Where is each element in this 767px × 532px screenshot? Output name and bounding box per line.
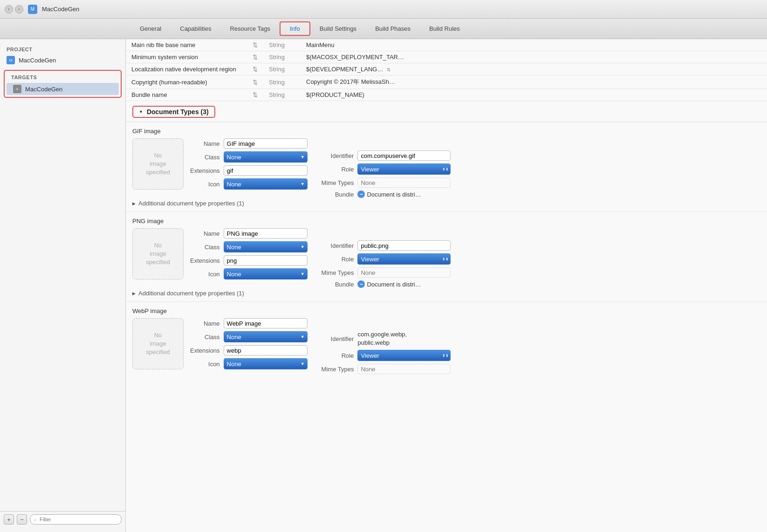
- webp-name-input[interactable]: [224, 318, 308, 328]
- prop-type: String: [263, 39, 301, 51]
- png-mime-label: Mime Types: [322, 269, 354, 276]
- webp-role-select[interactable]: Viewer: [357, 350, 451, 361]
- prop-value: $(MACOSX_DEPLOYMENT_TAR…: [301, 51, 767, 63]
- filter-input[interactable]: [30, 514, 122, 525]
- doc-type-gif-body: Noimagespecified Name Class None Extensi…: [132, 138, 760, 198]
- nav-buttons: ‹ ›: [5, 5, 23, 14]
- webp-extensions-label: Extensions: [190, 347, 220, 354]
- gif-bundle-row: − Document is distri…: [357, 191, 451, 198]
- gif-icon-select[interactable]: None: [224, 178, 308, 190]
- gif-bundle-label: Bundle: [322, 191, 354, 198]
- project-section-label: PROJECT: [0, 44, 125, 54]
- prop-row-main-nib: Main nib file base name ⇅ String MainMen…: [126, 39, 767, 51]
- sidebar-bottom: + − ⌕: [0, 511, 125, 527]
- prop-value: $(PRODUCT_NAME): [301, 89, 767, 101]
- additional-triangle-icon: ▶: [132, 201, 136, 206]
- webp-mime-input[interactable]: [357, 364, 451, 374]
- webp-icon-select[interactable]: None: [224, 358, 308, 369]
- doc-type-png-title: PNG image: [132, 218, 760, 225]
- png-class-label: Class: [190, 244, 220, 251]
- png-additional-label: Additional document type properties (1): [138, 290, 244, 297]
- png-class-select[interactable]: None: [224, 241, 308, 252]
- doc-type-gif: GIF image Noimagespecified Name Class No…: [126, 122, 767, 198]
- sort-arrows: ⇅: [247, 39, 263, 51]
- add-button[interactable]: +: [4, 514, 14, 525]
- webp-mime-label: Mime Types: [322, 366, 354, 373]
- sidebar-project-name: MacCodeGen: [19, 57, 56, 64]
- webp-role-label: Role: [322, 352, 354, 359]
- webp-identifier-value: com.google.webp,public.webp: [357, 330, 451, 347]
- gif-additional-props[interactable]: ▶ Additional document type properties (1…: [126, 198, 767, 212]
- webp-identifier-label: Identifier: [322, 335, 354, 342]
- forward-button[interactable]: ›: [15, 5, 23, 14]
- tab-resource-tags[interactable]: Resource Tags: [220, 22, 279, 35]
- gif-identifier-input[interactable]: [357, 150, 451, 161]
- gif-name-label: Name: [190, 140, 220, 147]
- sort-arrows: ⇅: [247, 51, 263, 63]
- prop-value: Copyright © 2017年 MelissaSh…: [301, 75, 767, 89]
- prop-key: Minimum system version: [126, 51, 247, 63]
- doc-type-png-body: Noimagespecified Name Class None Extensi…: [132, 228, 760, 288]
- doc-types-triangle: ▼: [139, 109, 143, 114]
- prop-value: $(DEVELOPMENT_LANG… ⇅: [301, 63, 767, 75]
- tab-capabilities[interactable]: Capabilities: [171, 22, 220, 35]
- gif-additional-label: Additional document type properties (1): [138, 200, 244, 207]
- gif-class-select[interactable]: None: [224, 151, 308, 163]
- back-button[interactable]: ‹: [5, 5, 13, 14]
- titlebar: ‹ › M MacCodeGen: [0, 0, 767, 19]
- png-icon-select[interactable]: None: [224, 268, 308, 280]
- png-identifier-input[interactable]: [357, 240, 451, 251]
- gif-class-label: Class: [190, 154, 220, 161]
- remove-button[interactable]: −: [17, 514, 27, 525]
- png-name-input[interactable]: [224, 228, 308, 239]
- target-icon: ≡: [13, 85, 21, 93]
- gif-extensions-input[interactable]: [224, 165, 308, 176]
- window-title: MacCodeGen: [42, 6, 79, 13]
- gif-role-select[interactable]: Viewer: [357, 164, 451, 175]
- png-bundle-text: Document is distri…: [367, 281, 421, 288]
- png-icon-label: Icon: [190, 271, 220, 278]
- png-class-select-wrap: None: [224, 241, 308, 252]
- png-role-select[interactable]: Viewer: [357, 253, 451, 265]
- prop-type: String: [263, 51, 301, 63]
- gif-role-label: Role: [322, 166, 354, 173]
- png-additional-props[interactable]: ▶ Additional document type properties (1…: [126, 288, 767, 302]
- sidebar: PROJECT M MacCodeGen TARGETS ≡ MacCodeGe…: [0, 39, 126, 532]
- webp-icon-label: Icon: [190, 361, 220, 368]
- png-extensions-input[interactable]: [224, 255, 308, 266]
- gif-class-select-wrap: None: [224, 151, 308, 163]
- prop-row-min-version: Minimum system version ⇅ String $(MACOSX…: [126, 51, 767, 63]
- png-right-fields: Identifier Role Viewer Mime Types Bundle…: [322, 240, 451, 288]
- sidebar-target-name: MacCodeGen: [25, 86, 62, 93]
- tabbar: General Capabilities Resource Tags Info …: [0, 19, 767, 39]
- gif-icon-select-wrap: None: [224, 178, 308, 190]
- tab-info[interactable]: Info: [280, 21, 310, 36]
- sort-arrows: ⇅: [247, 63, 263, 75]
- tab-general[interactable]: General: [130, 22, 171, 35]
- doc-types-header-box[interactable]: ▼ Document Types (3): [132, 106, 215, 118]
- prop-type: String: [263, 63, 301, 75]
- webp-name-label: Name: [190, 320, 220, 327]
- png-additional-triangle-icon: ▶: [132, 291, 136, 296]
- prop-row-localization: Localization native development region ⇅…: [126, 63, 767, 75]
- no-image-gif: Noimagespecified: [132, 138, 184, 190]
- tab-build-phases[interactable]: Build Phases: [366, 22, 420, 35]
- doc-type-webp-left: Noimagespecified Name Class None Extensi…: [132, 318, 308, 374]
- doc-type-webp-body: Noimagespecified Name Class None Extensi…: [132, 318, 760, 374]
- gif-mime-input[interactable]: [357, 177, 451, 188]
- sidebar-item-target[interactable]: ≡ MacCodeGen: [7, 83, 119, 95]
- tab-build-rules[interactable]: Build Rules: [420, 22, 469, 35]
- gif-name-input[interactable]: [224, 138, 308, 149]
- tab-build-settings[interactable]: Build Settings: [310, 22, 366, 35]
- doc-types-header-row: ▼ Document Types (3): [126, 101, 767, 122]
- png-name-label: Name: [190, 230, 220, 237]
- png-mime-input[interactable]: [357, 267, 451, 278]
- png-identifier-label: Identifier: [322, 242, 354, 249]
- prop-key: Localization native development region: [126, 63, 247, 75]
- sort-arrows: ⇅: [247, 75, 263, 89]
- webp-extensions-input[interactable]: [224, 345, 308, 355]
- webp-class-select[interactable]: None: [224, 331, 308, 342]
- sidebar-item-project[interactable]: M MacCodeGen: [0, 54, 125, 66]
- doc-type-webp-title: WebP image: [132, 307, 760, 314]
- sort-arrows: ⇅: [247, 89, 263, 101]
